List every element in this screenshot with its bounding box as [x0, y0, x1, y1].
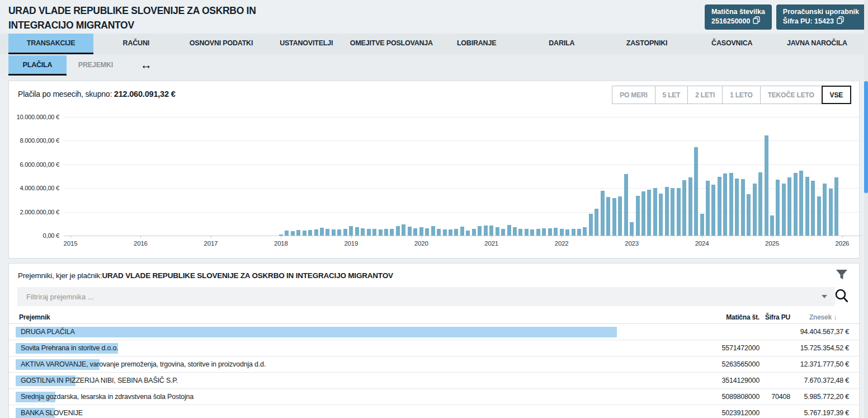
bar-2019-08[interactable] [390, 229, 394, 236]
bar-2024-12[interactable] [765, 135, 768, 236]
scrollbar-thumb[interactable] [864, 81, 868, 193]
bar-2021-02[interactable] [496, 227, 499, 236]
bar-2018-10[interactable] [332, 229, 336, 236]
bar-2018-11[interactable] [337, 229, 341, 236]
registry-number-button[interactable]: Matična številka 2516250000 [705, 4, 772, 30]
bar-2018-09[interactable] [326, 229, 329, 236]
bar-2022-09[interactable] [606, 197, 610, 236]
copy-icon[interactable] [837, 16, 844, 26]
bar-2025-09[interactable] [817, 196, 821, 236]
bar-2019-05[interactable] [372, 229, 376, 236]
bar-2021-10[interactable] [542, 228, 546, 236]
bar-2025-12[interactable] [834, 177, 838, 236]
compare-arrows-icon[interactable]: ↔ [140, 58, 152, 72]
copy-icon[interactable] [753, 16, 760, 26]
bar-2022-08[interactable] [601, 191, 605, 236]
bar-2020-02[interactable] [425, 228, 429, 236]
bar-2021-11[interactable] [548, 228, 552, 236]
recipient-name[interactable]: Sovita Prehrana in storitve d.o.o. [17, 344, 119, 352]
bar-2023-01[interactable] [630, 222, 634, 236]
bar-2025-07[interactable] [805, 177, 809, 236]
recipient-name[interactable]: Srednja gozdarska, lesarska in zdravstve… [17, 393, 194, 401]
bar-2024-03[interactable] [711, 185, 715, 236]
bar-2020-01[interactable] [419, 227, 423, 236]
bar-2019-04[interactable] [367, 229, 371, 236]
bar-2024-06[interactable] [729, 173, 733, 236]
tab-lobiranje[interactable]: LOBIRANJE [434, 34, 519, 54]
recipient-name[interactable]: AKTIVA VAROVANJE, varovanje premoženja, … [17, 360, 266, 368]
bar-2019-12[interactable] [413, 228, 417, 236]
tab-računi[interactable]: RAČUNI [93, 34, 178, 54]
tab-osnovni-podatki[interactable]: OSNOVNI PODATKI [178, 34, 263, 54]
bar-2019-03[interactable] [361, 228, 365, 236]
bar-2022-06[interactable] [589, 214, 593, 236]
bar-2023-04[interactable] [647, 190, 651, 236]
range-button-5-let[interactable]: 5 LET [655, 86, 688, 104]
bar-2019-06[interactable] [379, 229, 383, 236]
bar-2022-11[interactable] [618, 196, 622, 236]
bar-2021-01[interactable] [489, 226, 493, 236]
range-button-2-leti[interactable]: 2 LETI [687, 86, 723, 104]
table-row[interactable]: AKTIVA VAROVANJE, varovanje premoženja, … [9, 356, 860, 373]
bar-2023-07[interactable] [665, 187, 669, 236]
bar-2018-07[interactable] [314, 229, 318, 236]
bar-2025-01[interactable] [770, 215, 774, 236]
bar-2023-09[interactable] [677, 188, 681, 236]
bar-2022-12[interactable] [624, 174, 628, 236]
tab-omejitve-poslovanja[interactable]: OMEJITVE POSLOVANJA [349, 34, 434, 54]
bar-2024-02[interactable] [706, 181, 710, 236]
bar-2018-12[interactable] [343, 229, 347, 236]
chevron-down-icon[interactable] [822, 295, 827, 298]
bar-2018-08[interactable] [320, 228, 324, 236]
tab-zastopniki[interactable]: ZASTOPNIKI [604, 34, 689, 54]
bar-2019-09[interactable] [396, 226, 400, 236]
bar-2024-07[interactable] [735, 179, 739, 236]
recipient-filter-input[interactable] [17, 287, 822, 306]
bar-2022-03[interactable] [572, 229, 575, 236]
range-button-vse[interactable]: VSE [822, 86, 851, 104]
table-row[interactable]: Srednja gozdarska, lesarska in zdravstve… [9, 389, 860, 405]
bar-2021-06[interactable] [518, 229, 522, 236]
bar-2020-09[interactable] [466, 231, 470, 236]
bar-2024-08[interactable] [741, 179, 745, 236]
bar-2020-05[interactable] [443, 229, 447, 236]
bar-2020-12[interactable] [484, 226, 488, 236]
table-row[interactable]: GOSTILNA IN PIZZERIJA NIBI, SEBINA BAŠIČ… [9, 373, 860, 389]
bar-2025-02[interactable] [776, 180, 780, 236]
recipient-name[interactable]: GOSTILNA IN PIZZERIJA NIBI, SEBINA BAŠIČ… [17, 377, 178, 384]
bar-2024-01[interactable] [700, 214, 704, 236]
bar-2020-04[interactable] [437, 229, 441, 236]
range-button-tekoče-leto[interactable]: TEKOČE LETO [760, 86, 822, 104]
bar-2020-03[interactable] [431, 226, 435, 236]
bar-2021-09[interactable] [536, 229, 540, 236]
bar-2023-08[interactable] [671, 188, 674, 236]
bar-2019-11[interactable] [408, 227, 412, 236]
column-header-znesek-sort[interactable]: Znesek ↓ [790, 313, 849, 321]
bar-2018-06[interactable] [308, 230, 312, 236]
bar-2018-05[interactable] [303, 231, 306, 236]
filter-funnel-icon[interactable] [836, 269, 848, 281]
bar-2018-04[interactable] [296, 230, 300, 236]
range-button-1-leto[interactable]: 1 LETO [722, 86, 761, 104]
bar-2021-07[interactable] [525, 229, 529, 236]
bar-2020-07[interactable] [454, 229, 458, 236]
bar-2019-01[interactable] [349, 226, 353, 236]
bar-2023-11[interactable] [688, 177, 692, 236]
bar-2021-05[interactable] [513, 227, 517, 236]
bar-2018-03[interactable] [291, 231, 295, 236]
recipient-name[interactable]: BANKA SLOVENIJE [17, 409, 83, 417]
bar-2023-02[interactable] [636, 196, 640, 236]
bar-2025-05[interactable] [794, 173, 798, 236]
bar-2019-10[interactable] [402, 224, 405, 236]
bar-2022-07[interactable] [595, 209, 598, 236]
table-row[interactable]: Sovita Prehrana in storitve d.o.o.557147… [9, 340, 860, 356]
bar-2022-01[interactable] [560, 229, 564, 236]
recipient-name[interactable]: DRUGA PLAČILA [17, 328, 75, 336]
bar-2020-08[interactable] [460, 227, 464, 236]
bar-2024-04[interactable] [718, 177, 721, 236]
bar-2021-04[interactable] [507, 225, 511, 236]
bar-2020-10[interactable] [472, 229, 476, 236]
bar-2025-11[interactable] [829, 189, 833, 236]
bar-2021-12[interactable] [554, 228, 558, 236]
table-row[interactable]: DRUGA PLAČILA94.404.567,37 € [9, 324, 860, 340]
